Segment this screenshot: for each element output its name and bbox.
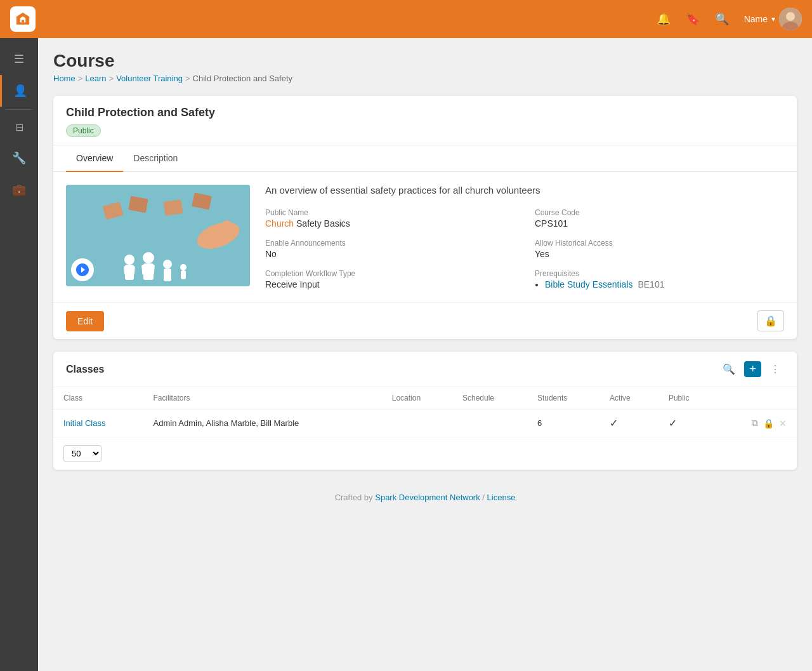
course-info: An overview of essential safety practice… — [265, 185, 784, 289]
prerequisites-label: Prerequisites — [535, 269, 784, 278]
breadcrumb-home[interactable]: Home — [53, 74, 75, 83]
delete-icon: ✕ — [779, 418, 787, 429]
classes-card-header: Classes 🔍 + ⋮ — [53, 352, 797, 387]
public-name-value: Church Safety Basics — [265, 218, 514, 229]
col-location: Location — [382, 387, 452, 409]
breadcrumb-sep-3: > — [185, 74, 190, 83]
classes-search-button[interactable]: 🔍 — [719, 361, 739, 378]
col-actions — [717, 387, 797, 409]
page-content: Course Home > Learn > Volunteer Training… — [38, 38, 812, 671]
breadcrumb-volunteer-training[interactable]: Volunteer Training — [116, 74, 183, 83]
row-lock-button[interactable]: 🔒 — [763, 418, 774, 429]
students-cell: 6 — [527, 409, 599, 437]
announcements-label: Enable Announcements — [265, 239, 514, 248]
breadcrumb-sep-2: > — [109, 74, 114, 83]
svg-point-15 — [143, 252, 154, 263]
sidebar-item-person[interactable]: 👤 — [0, 75, 38, 107]
user-menu[interactable]: Name ▾ — [744, 8, 802, 30]
lock-icon: 🔒 — [763, 418, 774, 429]
app-logo[interactable] — [10, 6, 36, 32]
classes-table: Class Facilitators Location Schedule Stu… — [53, 387, 797, 437]
notification-button[interactable]: 🔔 — [652, 8, 676, 30]
prerequisites-field: Prerequisites Bible Study Essentials BE1… — [535, 269, 784, 289]
top-navigation: 🔔 🔖 🔍 Name ▾ — [0, 0, 812, 38]
sidebar-item-finance[interactable]: ⊟ — [0, 112, 38, 142]
finance-icon: ⊟ — [15, 121, 23, 133]
avatar — [779, 8, 802, 30]
search-button[interactable]: 🔍 — [710, 8, 734, 30]
tab-description[interactable]: Description — [123, 145, 188, 172]
svg-point-19 — [163, 260, 172, 269]
actions-cell: ⧉ 🔒 ✕ — [717, 409, 797, 437]
classes-add-button[interactable]: + — [744, 361, 761, 377]
breadcrumb-learn[interactable]: Learn — [85, 74, 106, 83]
row-delete-button[interactable]: ✕ — [779, 418, 787, 429]
sidebar-divider-1 — [6, 109, 32, 110]
col-students: Students — [527, 387, 599, 409]
footer-license-link[interactable]: License — [487, 493, 516, 502]
class-name-cell: Initial Class — [53, 409, 143, 437]
copy-icon: ⧉ — [752, 418, 758, 428]
svg-rect-7 — [164, 199, 183, 216]
course-tabs: Overview Description — [53, 145, 797, 172]
course-code-field: Course Code CPS101 — [535, 208, 784, 229]
class-name-link[interactable]: Initial Class — [63, 418, 105, 428]
lock-button[interactable]: 🔒 — [757, 310, 784, 331]
classes-card: Classes 🔍 + ⋮ Class — [53, 352, 797, 470]
public-name-field: Public Name Church Safety Basics — [265, 208, 514, 229]
public-name-highlight: Church — [265, 218, 294, 229]
home-icon: ☰ — [14, 52, 24, 66]
public-name-label: Public Name — [265, 208, 514, 217]
course-title: Child Protection and Safety — [66, 106, 784, 119]
col-active: Active — [599, 387, 658, 409]
course-description: An overview of essential safety practice… — [265, 185, 784, 196]
footer-spark-link[interactable]: Spark Development Network — [375, 493, 480, 502]
active-cell: ✓ — [599, 409, 658, 437]
completion-workflow-field: Completion Workflow Type Receive Input — [265, 269, 514, 289]
classes-title: Classes — [66, 364, 719, 375]
announcements-field: Enable Announcements No — [265, 239, 514, 259]
breadcrumb-current: Child Protection and Safety — [193, 74, 293, 83]
course-image — [66, 185, 250, 286]
tools-icon: 🔧 — [12, 151, 26, 165]
sidebar-item-jobs[interactable]: 💼 — [0, 174, 38, 206]
per-page-select[interactable]: 10 25 50 100 — [63, 445, 102, 462]
sidebar: ☰ 👤 ⊟ 🔧 💼 — [0, 38, 38, 671]
svg-rect-22 — [181, 270, 186, 279]
bookmark-icon: 🔖 — [686, 12, 700, 26]
prerequisites-value: Bible Study Essentials BE101 — [535, 279, 784, 289]
course-card-header: Child Protection and Safety Public — [53, 96, 797, 145]
svg-point-2 — [786, 12, 795, 21]
main-layout: ☰ 👤 ⊟ 🔧 💼 Course Home > Learn > Voluntee… — [0, 38, 812, 671]
course-code-value: CPS101 — [535, 218, 784, 229]
col-schedule: Schedule — [452, 387, 527, 409]
sidebar-item-tools[interactable]: 🔧 — [0, 142, 38, 174]
public-checkmark: ✓ — [669, 418, 677, 429]
active-checkmark: ✓ — [610, 418, 618, 429]
completion-workflow-label: Completion Workflow Type — [265, 269, 514, 278]
schedule-cell — [452, 409, 527, 437]
breadcrumb-sep-1: > — [78, 74, 83, 83]
row-copy-button[interactable]: ⧉ — [752, 418, 758, 429]
classes-more-button[interactable]: ⋮ — [766, 361, 784, 378]
tab-overview[interactable]: Overview — [66, 145, 123, 172]
info-grid: Public Name Church Safety Basics Course … — [265, 208, 784, 289]
historical-access-value: Yes — [535, 249, 784, 259]
user-name: Name — [744, 14, 768, 24]
bookmark-button[interactable]: 🔖 — [681, 8, 705, 30]
sidebar-item-home[interactable]: ☰ — [0, 43, 38, 75]
footer-separator: / — [482, 493, 487, 502]
breadcrumb: Home > Learn > Volunteer Training > Chil… — [53, 74, 797, 83]
edit-button[interactable]: Edit — [66, 311, 104, 331]
announcements-value: No — [265, 249, 514, 259]
course-card-footer: Edit 🔒 — [53, 302, 797, 339]
public-badge: Public — [66, 124, 101, 137]
chevron-down-icon: ▾ — [771, 15, 775, 23]
svg-point-21 — [180, 264, 187, 270]
page-title: Course — [53, 51, 797, 71]
col-public: Public — [658, 387, 717, 409]
top-nav-right: 🔔 🔖 🔍 Name ▾ — [652, 8, 802, 30]
person-icon: 👤 — [13, 84, 27, 98]
prerequisite-link[interactable]: Bible Study Essentials — [545, 279, 635, 289]
jobs-icon: 💼 — [12, 183, 26, 197]
